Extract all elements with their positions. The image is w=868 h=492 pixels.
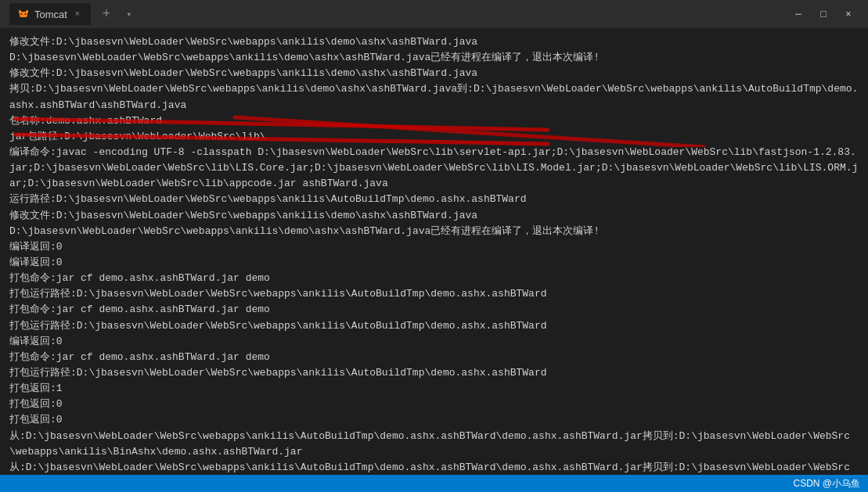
svg-point-3	[21, 13, 23, 15]
terminal-line: 打包返回:0	[9, 397, 859, 412]
new-tab-button[interactable]: +	[97, 5, 116, 23]
tab-dropdown-button[interactable]: ▾	[122, 7, 136, 21]
terminal-line: 拷贝:D:\jbasesvn\WebLoader\WebSrc\webapps\…	[9, 81, 859, 113]
terminal-line: 打包返回:0	[9, 412, 859, 428]
terminal-line: 打包命令:jar cf demo.ashx.ashBTWard.jar demo	[9, 302, 859, 318]
title-bar: Tomcat × + ▾ ─ □ ×	[0, 0, 868, 28]
status-text: CSDN @小乌鱼	[793, 477, 860, 490]
tab-icon	[17, 8, 30, 20]
tab-close-button[interactable]: ×	[72, 9, 83, 20]
main-window: Tomcat × + ▾ ─ □ × 修改文件:D:\jbasesvn\WebL…	[0, 0, 868, 492]
terminal-line: 修改文件:D:\jbasesvn\WebLoader\WebSrc\webapp…	[9, 66, 859, 81]
terminal-line: 运行路径:D:\jbasesvn\WebLoader\WebSrc\webapp…	[9, 192, 859, 207]
terminal-line: D:\jbasesvn\WebLoader\WebSrc\webapps\ank…	[9, 224, 859, 239]
terminal-line: jar包路径:D:\jbasesvn\WebLoader\WebSrc\lib\	[9, 129, 859, 145]
terminal-line: 修改文件:D:\jbasesvn\WebLoader\WebSrc\webapp…	[9, 208, 859, 224]
terminal-line: 编译返回:0	[9, 334, 859, 350]
svg-rect-1	[19, 10, 21, 13]
terminal-line: 打包运行路径:D:\jbasesvn\WebLoader\WebSrc\weba…	[9, 318, 859, 334]
terminal-output[interactable]: 修改文件:D:\jbasesvn\WebLoader\WebSrc\webapp…	[0, 28, 868, 475]
terminal-line: 修改文件:D:\jbasesvn\WebLoader\WebSrc\webapp…	[9, 34, 859, 50]
terminal-line: D:\jbasesvn\WebLoader\WebSrc\webapps\ank…	[9, 50, 859, 66]
terminal-line: 从:D:\jbasesvn\WebLoader\WebSrc\webapps\a…	[9, 460, 859, 475]
terminal-line: 打包命令:jar cf demo.ashx.ashBTWard.jar demo	[9, 271, 859, 286]
svg-rect-2	[26, 10, 28, 13]
tab-title: Tomcat	[34, 9, 67, 20]
terminal-line: 打包返回:1	[9, 381, 859, 397]
terminal-line: 编译返回:0	[9, 255, 859, 271]
tab-tomcat[interactable]: Tomcat ×	[9, 3, 91, 25]
terminal-line: 打包运行路径:D:\jbasesvn\WebLoader\WebSrc\weba…	[9, 286, 859, 302]
minimize-button[interactable]: ─	[788, 4, 809, 24]
maximize-button[interactable]: □	[813, 4, 834, 24]
terminal-line: 编译命令:javac -encoding UTF-8 -classpath D:…	[9, 145, 859, 192]
terminal-line: 打包运行路径:D:\jbasesvn\WebLoader\WebSrc\weba…	[9, 365, 859, 381]
terminal-line: 编译返回:0	[9, 239, 859, 255]
terminal-line: 打包命令:jar cf demo.ashx.ashBTWard.jar demo	[9, 350, 859, 365]
title-bar-left: Tomcat × + ▾	[9, 3, 788, 25]
close-button[interactable]: ×	[838, 4, 859, 24]
terminal-line: 包名称:demo.ashx.ashBTWard	[9, 113, 859, 129]
terminal-line: 从:D:\jbasesvn\WebLoader\WebSrc\webapps\a…	[9, 429, 859, 460]
status-bar: CSDN @小乌鱼	[0, 475, 868, 492]
window-controls: ─ □ ×	[788, 4, 859, 24]
svg-point-4	[25, 13, 27, 15]
